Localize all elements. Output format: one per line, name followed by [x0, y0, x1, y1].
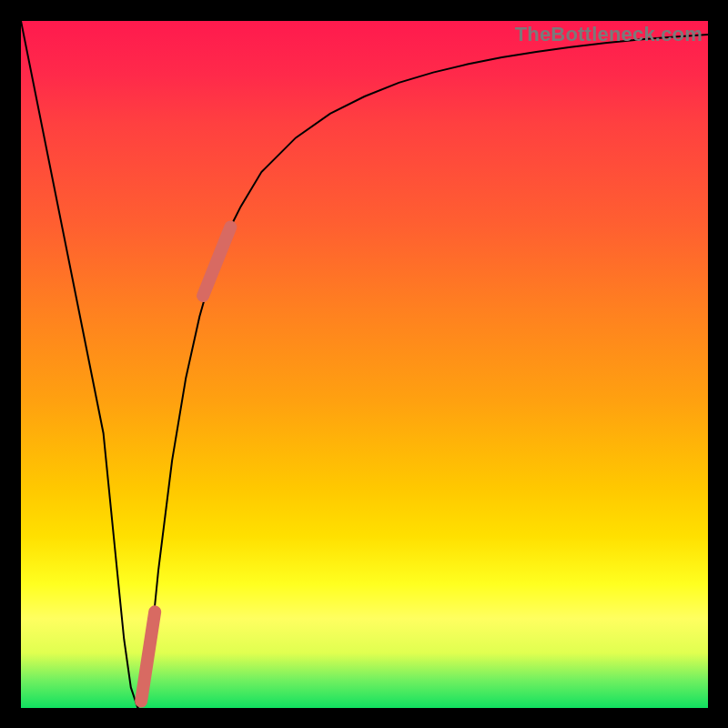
highlight-segment-upper [203, 228, 230, 297]
bottleneck-curve [21, 21, 708, 708]
highlight-segment-lower [141, 612, 155, 701]
plot-svg [21, 21, 708, 708]
gradient-plot-area: TheBottleneck.com [21, 21, 708, 708]
chart-container: TheBottleneck.com [0, 0, 728, 728]
watermark-text: TheBottleneck.com [515, 23, 703, 46]
